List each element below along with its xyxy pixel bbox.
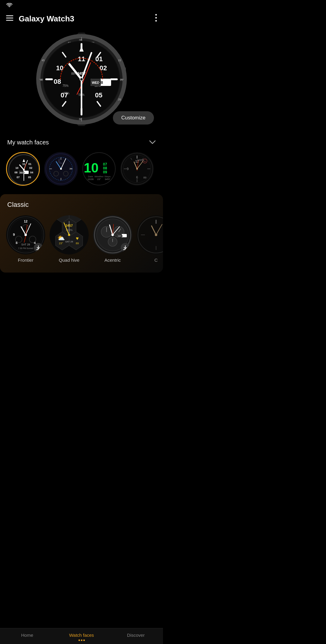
svg-text:89: 89 <box>76 242 79 245</box>
svg-text:12/28: 12/28 <box>88 178 94 181</box>
svg-text:07: 07 <box>103 162 107 166</box>
status-bar <box>0 0 163 11</box>
svg-text:08: 08 <box>54 78 61 85</box>
svg-text:07: 07 <box>17 176 20 179</box>
classic-face-label-acentric: Acentric <box>104 257 121 263</box>
svg-point-163 <box>68 234 70 236</box>
svg-point-95 <box>60 168 62 170</box>
svg-point-183 <box>136 215 163 254</box>
classic-face-item-frontier[interactable]: 12 9 8 4 SAT 28 7:30 PM Sunset <box>6 215 45 263</box>
svg-text:10: 10 <box>56 64 63 72</box>
classic-section-title: Classic <box>7 201 29 208</box>
svg-point-3 <box>155 14 157 16</box>
svg-text:89: 89 <box>143 176 146 179</box>
svg-text:23°: 23° <box>59 242 63 245</box>
svg-point-146 <box>24 234 27 236</box>
customize-button[interactable]: Customize <box>113 111 154 125</box>
classic-faces-row: 12 9 8 4 SAT 28 7:30 PM Sunset <box>0 213 163 265</box>
svg-text:7:30 PM Sunset: 7:30 PM Sunset <box>18 247 33 249</box>
svg-text:12: 12 <box>24 219 27 223</box>
svg-text:20: 20 <box>120 78 123 81</box>
classic-face-quad-hive-circle: 3457 100% ⛅ 23° ♥ 89 SAT 28 <box>50 215 89 254</box>
svg-text:09: 09 <box>103 170 107 174</box>
svg-text:25: 25 <box>118 98 121 101</box>
svg-text:01: 01 <box>28 163 31 166</box>
svg-rect-2 <box>6 20 13 21</box>
svg-text:28: 28 <box>99 80 103 85</box>
svg-text:45: 45 <box>42 59 45 62</box>
classic-section: Classic 12 9 8 4 <box>0 194 163 273</box>
svg-point-181 <box>111 234 114 236</box>
classic-face-label-4: C <box>155 257 158 263</box>
svg-text:40: 40 <box>40 78 43 81</box>
svg-text:15: 15 <box>118 59 121 62</box>
watch-face-item-2[interactable]: 28 <box>44 152 78 186</box>
svg-text:9: 9 <box>13 233 15 236</box>
svg-text:08: 08 <box>14 171 18 174</box>
classic-face-item-acentric[interactable]: SAT 28 Acentric <box>93 215 132 263</box>
svg-rect-1 <box>6 18 13 19</box>
svg-text:05: 05 <box>95 91 102 99</box>
svg-text:28: 28 <box>69 167 72 170</box>
svg-text:02: 02 <box>100 64 107 72</box>
svg-text:30: 30 <box>79 118 82 121</box>
classic-face-label-quad-hive: Quad hive <box>59 257 79 263</box>
svg-text:04: 04 <box>30 171 33 174</box>
hamburger-icon[interactable] <box>6 15 13 23</box>
svg-point-4 <box>155 17 157 19</box>
svg-text:SAT 28: SAT 28 <box>21 243 30 246</box>
chevron-down-icon[interactable] <box>149 139 156 146</box>
my-watch-faces-title: My watch faces <box>7 139 49 146</box>
svg-text:3457: 3457 <box>105 178 110 181</box>
watch-face-item-4[interactable]: 12 9 6 ♥ 89 100% <box>120 152 154 186</box>
svg-text:⛅: ⛅ <box>57 234 65 242</box>
header-left: Galaxy Watch3 <box>6 14 74 24</box>
download-badge-acentric[interactable] <box>121 243 130 252</box>
svg-text:08: 08 <box>103 166 107 170</box>
classic-face-item-quad-hive[interactable]: 3457 100% ⛅ 23° ♥ 89 SAT 28 <box>50 215 89 263</box>
watch-preview-container: 00 05 15 20 55 45 40 25 30 <box>0 28 163 134</box>
my-watch-faces-header: My watch faces <box>0 134 163 150</box>
svg-text:Date: Date <box>88 175 93 178</box>
svg-text:6: 6 <box>136 175 138 179</box>
app-title: Galaxy Watch3 <box>19 14 74 24</box>
classic-header: Classic <box>0 194 163 213</box>
wifi-icon <box>6 3 13 9</box>
svg-text:Steps: Steps <box>104 175 110 178</box>
svg-text:10: 10 <box>15 166 18 169</box>
watch-face-item-1[interactable]: 11 01 10 02 08 04 07 05 WED 28 <box>6 152 40 186</box>
svg-text:SAT 28: SAT 28 <box>65 240 73 243</box>
svg-text:28: 28 <box>121 235 123 237</box>
svg-text:02: 02 <box>29 166 32 169</box>
download-badge-frontier[interactable] <box>34 243 43 252</box>
svg-point-62 <box>80 78 83 80</box>
svg-text:9: 9 <box>127 167 129 171</box>
svg-text:Weather: Weather <box>94 175 104 178</box>
svg-point-5 <box>155 20 157 22</box>
svg-text:11: 11 <box>22 163 25 166</box>
classic-face-label-frontier: Frontier <box>18 257 34 263</box>
header: Galaxy Watch3 <box>0 11 163 28</box>
svg-text:♥: ♥ <box>76 236 79 241</box>
my-watch-faces-row: 11 01 10 02 08 04 07 05 WED 28 <box>0 150 163 192</box>
main-content: Galaxy Watch3 <box>0 0 163 297</box>
svg-point-191 <box>155 234 157 236</box>
svg-text:10: 10 <box>84 160 99 175</box>
svg-text:05: 05 <box>28 176 31 179</box>
classic-face-frontier-circle: 12 9 8 4 SAT 28 7:30 PM Sunset <box>6 215 45 254</box>
watch-face-item-3[interactable]: 10 07 08 09 Date Weather Steps 12/28 23°… <box>82 152 116 186</box>
classic-face-4-circle <box>136 215 163 254</box>
svg-text:23°: 23° <box>97 178 101 181</box>
classic-face-acentric-circle: SAT 28 <box>93 215 132 254</box>
svg-text:11: 11 <box>78 55 85 63</box>
svg-text:01: 01 <box>95 55 103 63</box>
more-options-icon[interactable] <box>155 14 157 24</box>
svg-text:♥: ♥ <box>144 160 145 163</box>
svg-text:63%: 63% <box>63 92 69 95</box>
svg-rect-0 <box>6 15 13 16</box>
svg-text:75%: 75% <box>62 84 69 87</box>
classic-face-item-4[interactable]: C <box>136 215 163 263</box>
svg-point-129 <box>136 168 138 170</box>
svg-text:SAT: SAT <box>118 235 121 237</box>
